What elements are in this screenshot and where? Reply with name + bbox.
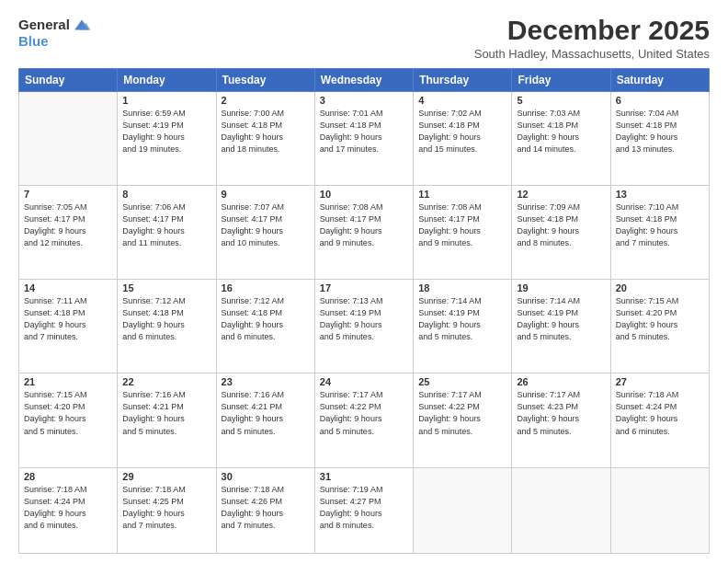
day-info: Sunrise: 7:08 AMSunset: 4:17 PMDaylight:… <box>418 201 506 249</box>
calendar-cell: 8Sunrise: 7:06 AMSunset: 4:17 PMDaylight… <box>118 186 216 280</box>
day-number: 25 <box>418 376 506 387</box>
calendar-cell: 13Sunrise: 7:10 AMSunset: 4:18 PMDayligh… <box>610 186 709 280</box>
day-number: 30 <box>222 471 310 482</box>
logo-blue: Blue <box>18 33 92 49</box>
day-number: 13 <box>616 189 704 200</box>
day-info: Sunrise: 7:18 AMSunset: 4:24 PMDaylight:… <box>616 389 704 437</box>
page: General Blue December 2025 South Hadley,… <box>0 0 728 563</box>
day-info: Sunrise: 7:16 AMSunset: 4:21 PMDaylight:… <box>122 389 210 437</box>
calendar-cell: 1Sunrise: 6:59 AMSunset: 4:19 PMDaylight… <box>118 92 216 186</box>
calendar-cell: 21Sunrise: 7:15 AMSunset: 4:20 PMDayligh… <box>19 373 118 467</box>
day-number: 10 <box>320 189 408 200</box>
calendar-cell: 22Sunrise: 7:16 AMSunset: 4:21 PMDayligh… <box>118 373 216 467</box>
day-info: Sunrise: 7:10 AMSunset: 4:18 PMDaylight:… <box>616 201 704 249</box>
calendar-week-row: 21Sunrise: 7:15 AMSunset: 4:20 PMDayligh… <box>19 373 710 467</box>
calendar-cell: 27Sunrise: 7:18 AMSunset: 4:24 PMDayligh… <box>610 373 709 467</box>
calendar-cell: 5Sunrise: 7:03 AMSunset: 4:18 PMDaylight… <box>512 92 610 186</box>
day-info: Sunrise: 7:13 AMSunset: 4:19 PMDaylight:… <box>320 295 408 343</box>
day-number: 6 <box>616 95 704 106</box>
header-day: Thursday <box>414 69 512 92</box>
day-number: 8 <box>122 189 210 200</box>
calendar-cell: 11Sunrise: 7:08 AMSunset: 4:17 PMDayligh… <box>414 186 512 280</box>
day-info: Sunrise: 7:18 AMSunset: 4:25 PMDaylight:… <box>122 484 210 532</box>
calendar-cell: 7Sunrise: 7:05 AMSunset: 4:17 PMDaylight… <box>19 186 118 280</box>
day-number: 21 <box>24 376 112 387</box>
day-info: Sunrise: 7:12 AMSunset: 4:18 PMDaylight:… <box>222 295 310 343</box>
calendar-cell: 30Sunrise: 7:18 AMSunset: 4:26 PMDayligh… <box>216 467 314 554</box>
day-number: 18 <box>418 282 506 293</box>
day-info: Sunrise: 7:02 AMSunset: 4:18 PMDaylight:… <box>418 108 506 155</box>
day-number: 26 <box>517 376 605 387</box>
day-number: 4 <box>418 95 506 106</box>
main-title: December 2025 <box>474 15 710 45</box>
day-info: Sunrise: 7:17 AMSunset: 4:22 PMDaylight:… <box>418 389 506 437</box>
calendar-cell: 3Sunrise: 7:01 AMSunset: 4:18 PMDaylight… <box>314 92 413 186</box>
calendar-week-row: 1Sunrise: 6:59 AMSunset: 4:19 PMDaylight… <box>19 92 710 186</box>
calendar-cell: 26Sunrise: 7:17 AMSunset: 4:23 PMDayligh… <box>512 373 610 467</box>
logo-icon <box>72 15 92 35</box>
calendar-cell: 29Sunrise: 7:18 AMSunset: 4:25 PMDayligh… <box>118 467 216 554</box>
header-row: SundayMondayTuesdayWednesdayThursdayFrid… <box>19 69 710 92</box>
day-info: Sunrise: 7:17 AMSunset: 4:22 PMDaylight:… <box>320 389 408 437</box>
day-info: Sunrise: 7:11 AMSunset: 4:18 PMDaylight:… <box>24 295 112 343</box>
calendar-cell: 14Sunrise: 7:11 AMSunset: 4:18 PMDayligh… <box>19 280 118 373</box>
day-number: 14 <box>24 282 112 293</box>
day-number: 12 <box>517 189 605 200</box>
day-info: Sunrise: 7:06 AMSunset: 4:17 PMDaylight:… <box>122 201 210 249</box>
day-number: 17 <box>320 282 408 293</box>
day-info: Sunrise: 7:19 AMSunset: 4:27 PMDaylight:… <box>320 484 408 532</box>
day-info: Sunrise: 7:14 AMSunset: 4:19 PMDaylight:… <box>418 295 506 343</box>
calendar-cell: 31Sunrise: 7:19 AMSunset: 4:27 PMDayligh… <box>314 467 413 554</box>
day-info: Sunrise: 7:15 AMSunset: 4:20 PMDaylight:… <box>616 295 704 343</box>
day-info: Sunrise: 7:17 AMSunset: 4:23 PMDaylight:… <box>517 389 605 437</box>
day-number: 22 <box>122 376 210 387</box>
calendar-cell: 28Sunrise: 7:18 AMSunset: 4:24 PMDayligh… <box>19 467 118 554</box>
day-number: 1 <box>122 95 210 106</box>
calendar-cell <box>512 467 610 554</box>
calendar-cell: 4Sunrise: 7:02 AMSunset: 4:18 PMDaylight… <box>414 92 512 186</box>
header: General Blue December 2025 South Hadley,… <box>18 15 710 61</box>
day-info: Sunrise: 7:09 AMSunset: 4:18 PMDaylight:… <box>517 201 605 249</box>
day-number: 28 <box>24 471 112 482</box>
day-info: Sunrise: 7:01 AMSunset: 4:18 PMDaylight:… <box>320 108 408 155</box>
calendar-table: SundayMondayTuesdayWednesdayThursdayFrid… <box>18 68 710 554</box>
day-info: Sunrise: 7:00 AMSunset: 4:18 PMDaylight:… <box>222 108 310 155</box>
day-info: Sunrise: 7:07 AMSunset: 4:17 PMDaylight:… <box>222 201 310 249</box>
day-info: Sunrise: 7:03 AMSunset: 4:18 PMDaylight:… <box>517 108 605 155</box>
logo-text: General <box>18 17 70 33</box>
day-number: 16 <box>222 282 310 293</box>
day-number: 20 <box>616 282 704 293</box>
header-day: Sunday <box>19 69 118 92</box>
calendar-cell: 12Sunrise: 7:09 AMSunset: 4:18 PMDayligh… <box>512 186 610 280</box>
day-number: 29 <box>122 471 210 482</box>
day-info: Sunrise: 7:18 AMSunset: 4:26 PMDaylight:… <box>222 484 310 532</box>
calendar-cell: 19Sunrise: 7:14 AMSunset: 4:19 PMDayligh… <box>512 280 610 373</box>
day-number: 23 <box>222 376 310 387</box>
day-info: Sunrise: 7:14 AMSunset: 4:19 PMDaylight:… <box>517 295 605 343</box>
day-number: 19 <box>517 282 605 293</box>
day-number: 5 <box>517 95 605 106</box>
day-info: Sunrise: 7:05 AMSunset: 4:17 PMDaylight:… <box>24 201 112 249</box>
day-info: Sunrise: 7:16 AMSunset: 4:21 PMDaylight:… <box>222 389 310 437</box>
calendar-cell <box>19 92 118 186</box>
calendar-cell: 24Sunrise: 7:17 AMSunset: 4:22 PMDayligh… <box>314 373 413 467</box>
day-info: Sunrise: 7:15 AMSunset: 4:20 PMDaylight:… <box>24 389 112 437</box>
calendar-cell: 10Sunrise: 7:08 AMSunset: 4:17 PMDayligh… <box>314 186 413 280</box>
day-number: 31 <box>320 471 408 482</box>
day-info: Sunrise: 7:08 AMSunset: 4:17 PMDaylight:… <box>320 201 408 249</box>
header-day: Monday <box>118 69 216 92</box>
day-number: 7 <box>24 189 112 200</box>
header-day: Wednesday <box>314 69 413 92</box>
calendar-week-row: 7Sunrise: 7:05 AMSunset: 4:17 PMDaylight… <box>19 186 710 280</box>
day-info: Sunrise: 7:04 AMSunset: 4:18 PMDaylight:… <box>616 108 704 155</box>
subtitle: South Hadley, Massachusetts, United Stat… <box>474 47 710 61</box>
calendar-cell: 16Sunrise: 7:12 AMSunset: 4:18 PMDayligh… <box>216 280 314 373</box>
day-number: 3 <box>320 95 408 106</box>
day-info: Sunrise: 7:18 AMSunset: 4:24 PMDaylight:… <box>24 484 112 532</box>
calendar-cell <box>610 467 709 554</box>
calendar-cell: 17Sunrise: 7:13 AMSunset: 4:19 PMDayligh… <box>314 280 413 373</box>
header-day: Friday <box>512 69 610 92</box>
calendar-cell: 18Sunrise: 7:14 AMSunset: 4:19 PMDayligh… <box>414 280 512 373</box>
calendar-cell: 25Sunrise: 7:17 AMSunset: 4:22 PMDayligh… <box>414 373 512 467</box>
day-info: Sunrise: 6:59 AMSunset: 4:19 PMDaylight:… <box>122 108 210 155</box>
